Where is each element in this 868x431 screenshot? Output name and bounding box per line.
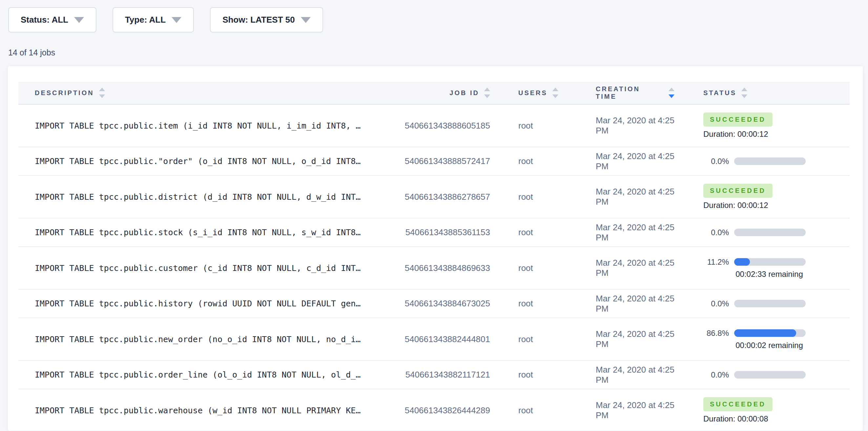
job-id: 540661343882117121 <box>396 361 491 389</box>
jobs-count-summary: 14 of 14 jobs <box>8 48 868 57</box>
table-row[interactable]: IMPORT TABLE tpcc.public.district (d_id … <box>19 176 849 218</box>
type-filter-label: Type: ALL <box>125 15 166 25</box>
column-label: USERS <box>518 89 548 97</box>
job-status-cell: 11.2%00:02:33 remaining <box>675 247 849 289</box>
job-id: 540661343886278657 <box>396 176 491 218</box>
sort-arrows-icon <box>552 88 558 98</box>
chevron-down-icon <box>172 17 181 23</box>
column-header-status[interactable]: STATUS <box>675 82 849 104</box>
jobs-table: DESCRIPTION JOB ID USERS <box>19 82 849 431</box>
job-creation-time: Mar 24, 2020 at 4:25 PM <box>566 289 675 318</box>
column-label: CREATION TIME <box>596 85 663 100</box>
status-badge: SUCCEEDED <box>703 184 773 198</box>
job-description[interactable]: IMPORT TABLE tpcc.public.order_line (ol_… <box>19 361 396 389</box>
job-user: root <box>491 104 566 147</box>
status-duration: Duration: 00:00:08 <box>703 414 849 424</box>
table-row[interactable]: IMPORT TABLE tpcc.public."order" (o_id I… <box>19 147 849 176</box>
status-duration: Duration: 00:00:12 <box>703 129 849 139</box>
status-filter-dropdown[interactable]: Status: ALL <box>8 7 96 32</box>
jobs-table-body: IMPORT TABLE tpcc.public.item (i_id INT8… <box>19 104 849 431</box>
progress-percent: 0.0% <box>703 299 729 308</box>
progress-bar <box>734 329 806 337</box>
progress-indicator: 0.0% <box>703 299 849 308</box>
job-description[interactable]: IMPORT TABLE tpcc.public.item (i_id INT8… <box>19 104 396 147</box>
job-user: root <box>491 218 566 247</box>
job-user: root <box>491 361 566 389</box>
progress-indicator: 0.0% <box>703 157 849 166</box>
job-creation-time: Mar 24, 2020 at 4:25 PM <box>566 104 675 147</box>
progress-bar-fill <box>734 258 750 266</box>
show-filter-label: Show: LATEST 50 <box>222 15 295 25</box>
column-header-users[interactable]: USERS <box>491 82 566 104</box>
job-creation-time: Mar 24, 2020 at 4:25 PM <box>566 247 675 289</box>
job-user: root <box>491 289 566 318</box>
table-row[interactable]: IMPORT TABLE tpcc.public.warehouse (w_id… <box>19 389 849 431</box>
sort-arrows-icon <box>669 88 675 98</box>
progress-bar-fill <box>734 329 796 337</box>
jobs-table-card: DESCRIPTION JOB ID USERS <box>8 66 863 431</box>
job-creation-time: Mar 24, 2020 at 4:25 PM <box>566 176 675 218</box>
sort-arrows-icon <box>741 88 747 98</box>
progress-bar <box>734 228 806 236</box>
job-id: 540661343888572417 <box>396 147 491 176</box>
job-status-cell: 0.0% <box>675 218 849 247</box>
column-header-job-id[interactable]: JOB ID <box>396 82 491 104</box>
job-description[interactable]: IMPORT TABLE tpcc.public.history (rowid … <box>19 289 396 318</box>
column-label: JOB ID <box>450 89 479 97</box>
sort-arrows-icon <box>99 88 105 98</box>
table-row[interactable]: IMPORT TABLE tpcc.public.order_line (ol_… <box>19 361 849 389</box>
progress-bar <box>734 371 806 378</box>
table-header-row: DESCRIPTION JOB ID USERS <box>19 82 849 104</box>
progress-percent: 0.0% <box>703 157 729 166</box>
progress-percent: 0.0% <box>703 370 729 379</box>
table-row[interactable]: IMPORT TABLE tpcc.public.item (i_id INT8… <box>19 104 849 147</box>
job-status-cell: SUCCEEDEDDuration: 00:00:12 <box>675 104 849 147</box>
column-header-creation-time[interactable]: CREATION TIME <box>566 82 675 104</box>
job-status-cell: 0.0% <box>675 361 849 389</box>
status-duration: Duration: 00:00:12 <box>703 201 849 210</box>
column-header-description[interactable]: DESCRIPTION <box>19 82 396 104</box>
status-badge: SUCCEEDED <box>703 113 773 127</box>
progress-indicator: 86.8% <box>703 329 849 338</box>
progress-bar <box>734 258 806 266</box>
progress-indicator: 0.0% <box>703 228 849 237</box>
progress-percent: 86.8% <box>703 329 729 338</box>
column-label: STATUS <box>703 89 737 97</box>
job-id: 540661343882444801 <box>396 318 491 361</box>
job-id: 540661343885361153 <box>396 218 491 247</box>
filter-bar: Status: ALL Type: ALL Show: LATEST 50 <box>0 0 868 32</box>
column-label: DESCRIPTION <box>35 89 94 97</box>
show-filter-dropdown[interactable]: Show: LATEST 50 <box>210 7 323 32</box>
chevron-down-icon <box>74 17 84 23</box>
job-status-cell: SUCCEEDEDDuration: 00:00:08 <box>675 389 849 431</box>
job-description[interactable]: IMPORT TABLE tpcc.public.customer (c_id … <box>19 247 396 289</box>
job-id: 540661343884673025 <box>396 289 491 318</box>
job-user: root <box>491 247 566 289</box>
progress-percent: 11.2% <box>703 257 729 267</box>
status-filter-label: Status: ALL <box>21 15 68 25</box>
progress-indicator: 11.2% <box>703 257 849 267</box>
progress-percent: 0.0% <box>703 228 729 237</box>
job-user: root <box>491 147 566 176</box>
job-description[interactable]: IMPORT TABLE tpcc.public.new_order (no_o… <box>19 318 396 361</box>
job-description[interactable]: IMPORT TABLE tpcc.public."order" (o_id I… <box>19 147 396 176</box>
job-creation-time: Mar 24, 2020 at 4:25 PM <box>566 361 675 389</box>
status-badge: SUCCEEDED <box>703 397 773 411</box>
status-time-remaining: 00:02:33 remaining <box>726 270 812 279</box>
job-description[interactable]: IMPORT TABLE tpcc.public.stock (s_i_id I… <box>19 218 396 247</box>
job-description[interactable]: IMPORT TABLE tpcc.public.district (d_id … <box>19 176 396 218</box>
table-row[interactable]: IMPORT TABLE tpcc.public.stock (s_i_id I… <box>19 218 849 247</box>
table-row[interactable]: IMPORT TABLE tpcc.public.new_order (no_o… <box>19 318 849 361</box>
job-creation-time: Mar 24, 2020 at 4:25 PM <box>566 389 675 431</box>
job-user: root <box>491 318 566 361</box>
job-description[interactable]: IMPORT TABLE tpcc.public.warehouse (w_id… <box>19 389 396 431</box>
sort-arrows-icon <box>484 88 490 98</box>
progress-bar <box>734 300 806 307</box>
table-row[interactable]: IMPORT TABLE tpcc.public.customer (c_id … <box>19 247 849 289</box>
job-id: 540661343826444289 <box>396 389 491 431</box>
job-status-cell: 0.0% <box>675 147 849 176</box>
type-filter-dropdown[interactable]: Type: ALL <box>113 7 194 32</box>
job-user: root <box>491 389 566 431</box>
table-row[interactable]: IMPORT TABLE tpcc.public.history (rowid … <box>19 289 849 318</box>
status-time-remaining: 00:00:02 remaining <box>726 341 812 350</box>
